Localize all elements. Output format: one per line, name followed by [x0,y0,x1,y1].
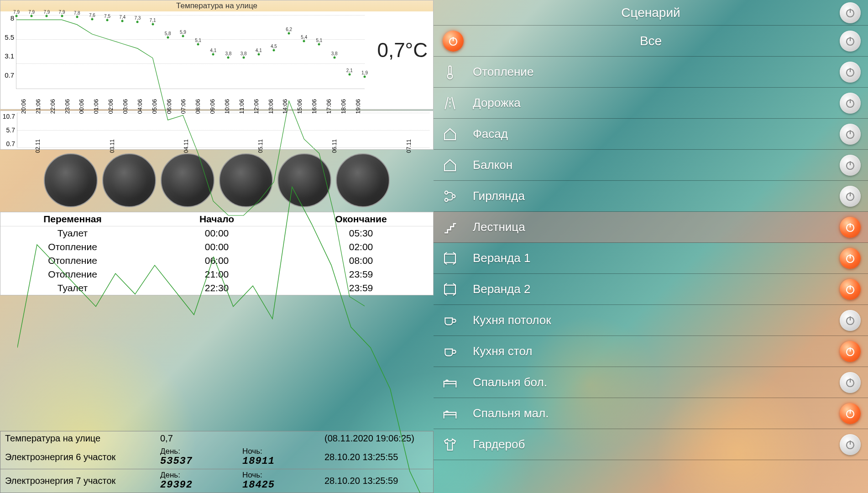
device-power-button[interactable] [840,341,861,362]
device-label: Веранда 1 [473,251,530,265]
left-panel: Температура на улице 8 5.5 3.1 0.7 20:06… [0,0,434,493]
all-right-power-button[interactable] [840,31,861,52]
all-label: Все [640,34,662,48]
device-power-button[interactable] [840,279,861,300]
bed-icon [443,406,457,421]
right-panel: Сценарий Все ОтоплениеДорожкаФасадБалкон… [434,0,868,493]
chart2-y-axis: 10.7 5.7 0.7 [0,111,17,149]
temperature-chart-24h: Температура на улице 8 5.5 3.1 0.7 20:06… [0,0,434,110]
house-icon [443,158,457,173]
device-power-button[interactable] [840,155,861,176]
chart-plot-area: 20:0621:0622:0623:0600:0601:0602:0603:06… [16,15,365,89]
device-label: Гардероб [473,437,525,451]
bed-icon [443,375,457,390]
device-power-button[interactable] [840,248,861,269]
device-label: Лестница [473,220,525,234]
device-label: Фасад [473,127,508,141]
road-icon [443,96,457,110]
cup-icon [443,313,457,328]
current-temperature: 0,7°C [377,39,428,62]
device-label: Спальня мал. [473,406,549,420]
device-row[interactable]: Веранда 2 [434,274,868,305]
device-label: Балкон [473,158,512,172]
device-row[interactable]: Кухня стол [434,336,868,367]
device-row[interactable]: Веранда 1 [434,243,868,274]
branch-icon [443,189,457,204]
device-label: Дорожка [473,96,521,110]
scenario-header: Сценарий [434,0,868,26]
all-left-power-button[interactable] [443,31,464,52]
stairs-icon [443,220,457,235]
device-row[interactable]: Гардероб [434,429,868,460]
frame-icon [443,251,457,266]
device-row[interactable]: Гирлянда [434,181,868,212]
device-power-button[interactable] [840,403,861,424]
device-row[interactable]: Фасад [434,119,868,150]
device-row[interactable]: Спальня бол. [434,367,868,398]
device-row[interactable]: Спальня мал. [434,398,868,429]
device-label: Гирлянда [473,189,525,203]
device-power-button[interactable] [840,434,861,455]
chart2-plot-area: 02.1103.1104.1105.1106.1107.11 [17,113,429,147]
device-row[interactable]: Отопление [434,57,868,88]
device-power-button[interactable] [840,62,861,83]
temperature-chart-6day: 10.7 5.7 0.7 02.1103.1104.1105.1106.1107… [0,110,434,150]
device-power-button[interactable] [840,372,861,393]
device-power-button[interactable] [840,93,861,114]
device-row[interactable]: Дорожка [434,88,868,119]
house-icon [443,127,457,142]
device-row[interactable]: Лестница [434,212,868,243]
device-power-button[interactable] [840,186,861,207]
device-label: Спальня бол. [473,375,547,389]
shirt-icon [443,437,457,452]
device-power-button[interactable] [840,310,861,331]
all-devices-row[interactable]: Все [434,26,868,57]
thermometer-icon [443,65,457,79]
chart-y-axis: 8 5.5 3.1 0.7 [0,11,16,89]
cup-icon [443,344,457,359]
device-row[interactable]: Кухня потолок [434,305,868,336]
device-power-button[interactable] [840,124,861,145]
device-label: Отопление [473,65,533,79]
device-row[interactable]: Балкон [434,150,868,181]
device-label: Кухня потолок [473,313,551,327]
chart-title: Температура на улице [0,0,433,11]
device-label: Кухня стол [473,344,532,358]
frame-icon [443,282,457,297]
device-power-button[interactable] [840,217,861,238]
device-label: Веранда 2 [473,282,530,296]
scenario-power-button[interactable] [840,2,861,23]
